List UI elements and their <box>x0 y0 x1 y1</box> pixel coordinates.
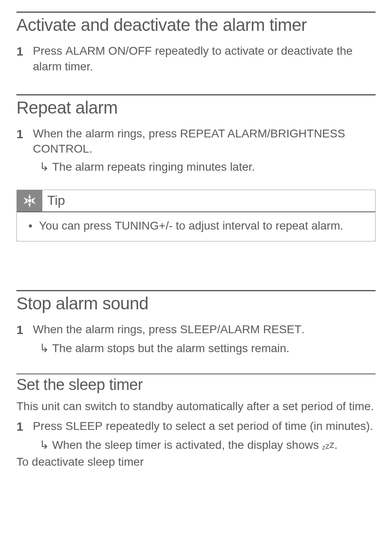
button-label-ref: TUNING+/- <box>115 219 173 232</box>
step-number: 1 <box>16 418 33 435</box>
horizontal-rule <box>16 374 376 374</box>
text-fragment: When the alarm rings, press <box>33 127 180 140</box>
text-fragment: . <box>334 439 338 451</box>
step-row: 1 When the alarm rings, press SLEEP/ALAR… <box>16 322 376 339</box>
text-fragment: When the sleep timer is activated, the d… <box>52 439 322 451</box>
tip-label: Tip <box>42 193 65 208</box>
step-row: 1 Press SLEEP repeatedly to select a set… <box>16 418 376 435</box>
result-arrow-icon: ↳ <box>39 437 49 453</box>
result-row: ↳ When the sleep timer is activated, the… <box>39 437 376 453</box>
section-sleep: Set the sleep timer This unit can switch… <box>16 374 376 469</box>
step-number: 1 <box>16 322 33 339</box>
intro-text: This unit can switch to standby automati… <box>16 399 376 414</box>
text-fragment: repeatedly to select a set period of tim… <box>103 420 373 432</box>
heading-sleep: Set the sleep timer <box>16 376 376 394</box>
step-number: 1 <box>16 126 33 143</box>
section-repeat: Repeat alarm 1 When the alarm rings, pre… <box>16 94 376 241</box>
bullet-icon: • <box>28 218 39 234</box>
section-stop: Stop alarm sound 1 When the alarm rings,… <box>16 290 376 356</box>
text-fragment: . <box>302 323 305 336</box>
step-text: When the alarm rings, press SLEEP/ALARM … <box>33 322 376 337</box>
text-fragment: Press <box>33 44 65 57</box>
step-row: 1 Press ALARM ON/OFF repeatedly to activ… <box>16 43 376 74</box>
svg-point-0 <box>28 199 31 202</box>
result-arrow-icon: ↳ <box>39 159 49 175</box>
step-text: Press SLEEP repeatedly to select a set p… <box>33 418 376 434</box>
result-text: The alarm repeats ringing minutes later. <box>52 159 255 175</box>
button-label-ref: SLEEP <box>65 420 102 432</box>
step-text: When the alarm rings, press REPEAT ALARM… <box>33 126 376 157</box>
button-label-ref: ALARM ON/OFF <box>65 44 152 57</box>
tip-text: You can press TUNING+/- to adjust interv… <box>39 218 344 234</box>
heading-stop: Stop alarm sound <box>16 294 376 313</box>
heading-activate: Activate and deactivate the alarm timer <box>16 15 376 35</box>
text-fragment: to adjust interval to repeat alarm. <box>173 219 344 232</box>
text-fragment: When the alarm rings, press <box>33 323 180 336</box>
button-label-ref: SLEEP/ALARM RESET <box>180 323 302 336</box>
step-text: Press ALARM ON/OFF repeatedly to activat… <box>33 43 376 74</box>
step-row: 1 When the alarm rings, press REPEAT ALA… <box>16 126 376 157</box>
tip-body: • You can press TUNING+/- to adjust inte… <box>17 212 375 241</box>
subheading-deactivate: To deactivate sleep timer <box>16 455 376 469</box>
result-row: ↳ The alarm repeats ringing minutes late… <box>39 159 376 175</box>
result-text: The alarm stops but the alarm settings r… <box>52 341 289 356</box>
result-row: ↳ The alarm stops but the alarm settings… <box>39 341 376 356</box>
tip-box: Tip • You can press TUNING+/- to adjust … <box>16 190 376 241</box>
step-number: 1 <box>16 43 33 60</box>
asterisk-icon <box>17 190 42 211</box>
heading-repeat: Repeat alarm <box>16 98 376 118</box>
result-arrow-icon: ↳ <box>39 341 49 356</box>
sleep-icon: zzz <box>322 441 334 451</box>
text-fragment: . <box>89 142 92 155</box>
tip-header: Tip <box>17 190 375 212</box>
result-text: When the sleep timer is activated, the d… <box>52 437 338 453</box>
text-fragment: Press <box>33 420 65 432</box>
text-fragment: You can press <box>39 219 115 232</box>
section-activate: Activate and deactivate the alarm timer … <box>16 12 376 74</box>
